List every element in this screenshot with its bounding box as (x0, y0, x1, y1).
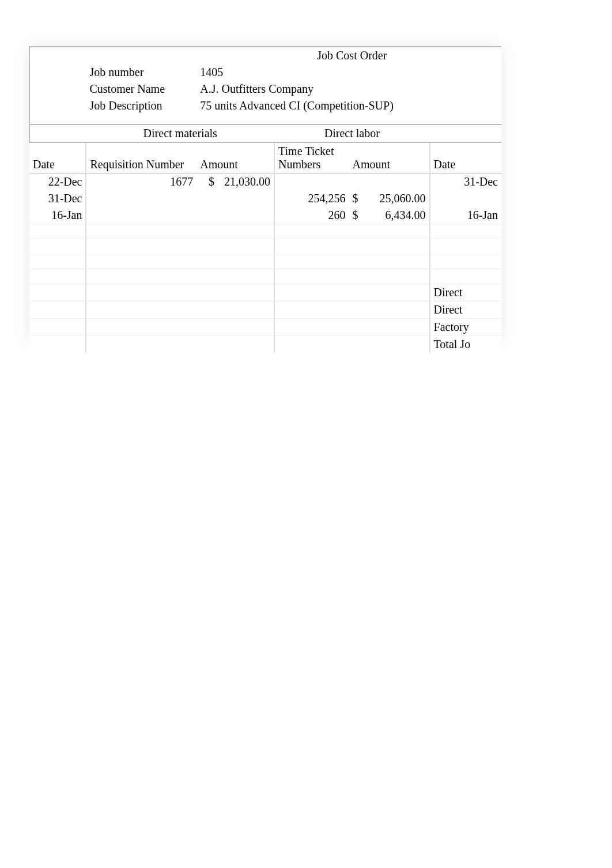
job-number-value: 1405 (197, 64, 429, 81)
direct-materials-heading: Direct materials (86, 124, 274, 142)
cell-date2 (430, 190, 501, 207)
cell-dl-amount (364, 173, 430, 191)
description-value: 75 units Advanced CI (Competition-SUP) (197, 97, 429, 114)
col-date: Date (29, 142, 86, 173)
customer-label: Customer Name (86, 81, 197, 97)
cell-date: 31-Dec (29, 190, 86, 207)
cell-date: 22-Dec (29, 173, 86, 191)
table-row: 31-Dec 254,256 $ 25,060.00 (29, 190, 501, 207)
cell-dm-amount (197, 207, 274, 224)
cell-date2: 16-Jan (430, 207, 501, 224)
cell-dl-cur: $ (349, 190, 364, 207)
description-label: Job Description (86, 97, 197, 114)
cell-req: 1677 (86, 173, 197, 191)
cell-ticket: 254,256 (274, 190, 349, 207)
cell-dm-amount: $ 21,030.00 (197, 173, 274, 191)
table-row: 22-Dec 1677 $ 21,030.00 31-Dec (29, 173, 501, 191)
summary-direct-2: Direct (430, 301, 501, 319)
cell-date: 16-Jan (29, 207, 86, 224)
col-dl-amount: Amount (349, 142, 430, 173)
direct-labor-heading: Direct labor (274, 124, 430, 142)
col-dm-amount: Amount (197, 142, 274, 173)
cell-ticket: 260 (274, 207, 349, 224)
job-number-label: Job number (86, 64, 197, 81)
cell-req (86, 190, 197, 207)
table-row: 16-Jan 260 $ 6,434.00 16-Jan (29, 207, 501, 224)
cell-date2: 31-Dec (430, 173, 501, 191)
cell-dl-amount: 25,060.00 (364, 190, 430, 207)
cell-dl-cur (349, 173, 364, 191)
customer-value: A.J. Outfitters Company (197, 81, 429, 97)
col-requisition: Requisition Number (86, 142, 197, 173)
cell-req (86, 207, 197, 224)
summary-direct-1: Direct (430, 284, 501, 301)
col-ticket: Time Ticket Numbers (274, 142, 349, 173)
col-date2: Date (430, 142, 501, 173)
cell-dl-amount: 6,434.00 (364, 207, 430, 224)
cell-ticket (274, 173, 349, 191)
document-title: Job Cost Order (274, 47, 430, 64)
summary-factory: Factory (430, 319, 501, 336)
summary-total: Total Jo (430, 336, 501, 353)
cell-dm-amount (197, 190, 274, 207)
job-cost-table: Job Cost Order Job number 1405 Customer … (29, 46, 501, 353)
cell-dl-cur: $ (349, 207, 364, 224)
